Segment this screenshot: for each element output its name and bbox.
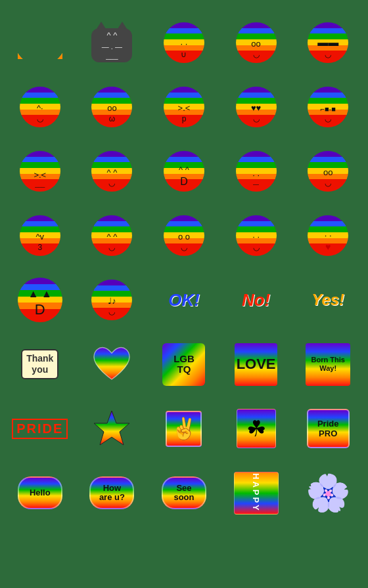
pride-label: PRIDE bbox=[12, 419, 68, 439]
sticker-face-music[interactable]: ♩♪ ◡ bbox=[79, 270, 146, 329]
star-svg bbox=[92, 409, 131, 448]
sticker-face-1[interactable]: · · ∪ bbox=[150, 13, 218, 72]
sticker-star[interactable] bbox=[79, 399, 146, 458]
sticker-face-17[interactable]: · · ♥ bbox=[294, 206, 361, 265]
sticker-face-12[interactable]: oo ◡ bbox=[294, 142, 361, 201]
thankyou-text: Thankyou bbox=[21, 349, 58, 379]
seesoon-text: Seesoon bbox=[162, 476, 206, 509]
sticker-face-2[interactable]: oo ◡ bbox=[223, 13, 290, 72]
sticker-born[interactable]: Born This Way! bbox=[294, 335, 361, 394]
ok-text: OK! bbox=[168, 290, 200, 310]
sticker-heart[interactable] bbox=[79, 335, 146, 394]
happy-text: HAPPY bbox=[234, 472, 279, 514]
lgbtq-text: LGBTQ bbox=[162, 343, 205, 386]
sticker-face-14[interactable]: ^ ^ ◡ bbox=[79, 206, 146, 265]
sticker-seesoon[interactable]: Seesoon bbox=[150, 463, 218, 522]
sticker-face-7[interactable]: ⌐■-■ ◡ bbox=[294, 77, 361, 136]
sticker-face-10[interactable]: ^ ^ D bbox=[150, 142, 218, 201]
sticker-grid: ^ ^ — . — ___ · · ∪ oo ◡ bbox=[0, 0, 368, 536]
sticker-ok[interactable]: OK! bbox=[150, 270, 218, 329]
sticker-no[interactable]: No! bbox=[223, 270, 290, 329]
flower-emoji: 🌸 bbox=[306, 472, 351, 514]
sticker-cat-face[interactable]: ^ ^ — . — ___ bbox=[79, 13, 146, 72]
sticker-clover[interactable]: ☘ bbox=[223, 399, 290, 458]
sticker-lgbtq[interactable]: LGBTQ bbox=[150, 335, 218, 394]
sticker-howare[interactable]: Howare u? bbox=[79, 463, 146, 522]
sticker-happy[interactable]: HAPPY bbox=[223, 463, 290, 522]
sticker-face-3[interactable]: ^· ◡ bbox=[7, 77, 74, 136]
sticker-peace[interactable]: ✌ bbox=[150, 399, 218, 458]
love-text: LOVE bbox=[235, 343, 277, 386]
sticker-face-biggrin[interactable]: ▲ ▲ D bbox=[7, 270, 74, 329]
sticker-face-11[interactable]: · · — bbox=[223, 142, 290, 201]
sticker-face-8[interactable]: >.< ___ bbox=[7, 142, 74, 201]
sticker-face-sunglasses[interactable]: ▬▬ ◡ bbox=[294, 13, 361, 72]
howare-text: Howare u? bbox=[89, 476, 134, 509]
no-text: No! bbox=[242, 290, 270, 310]
svg-marker-0 bbox=[94, 411, 129, 445]
hello-text: Hello bbox=[18, 476, 62, 509]
sticker-rainbow-arc[interactable] bbox=[7, 13, 74, 72]
sticker-face-13[interactable]: ^v 3 bbox=[7, 206, 74, 265]
sticker-face-16[interactable]: · · ◡ bbox=[223, 206, 290, 265]
sticker-pride-pro[interactable]: PridePRO bbox=[294, 399, 361, 458]
born-text: Born This Way! bbox=[306, 343, 350, 386]
sticker-love[interactable]: LOVE bbox=[223, 335, 290, 394]
sticker-face-5[interactable]: >.< p bbox=[150, 77, 218, 136]
yes-text: Yes! bbox=[311, 291, 344, 309]
sticker-face-4[interactable]: oo ω bbox=[79, 77, 146, 136]
pride-pro-text: PridePRO bbox=[307, 409, 350, 448]
sticker-face-6[interactable]: ♥♥ ◡ bbox=[223, 77, 290, 136]
sticker-yes[interactable]: Yes! bbox=[294, 270, 361, 329]
sticker-pride-text[interactable]: PRIDE bbox=[7, 399, 74, 458]
sticker-hello[interactable]: Hello bbox=[7, 463, 74, 522]
rainbow-heart-svg bbox=[91, 345, 132, 383]
peace-text: ✌ bbox=[166, 411, 202, 447]
clover-text: ☘ bbox=[237, 409, 276, 448]
sticker-face-15[interactable]: o o ◡ bbox=[150, 206, 218, 265]
sticker-face-9[interactable]: ^ ^ ◡ bbox=[79, 142, 146, 201]
sticker-flower[interactable]: 🌸 bbox=[294, 463, 361, 522]
sticker-thankyou[interactable]: Thankyou bbox=[7, 335, 74, 394]
